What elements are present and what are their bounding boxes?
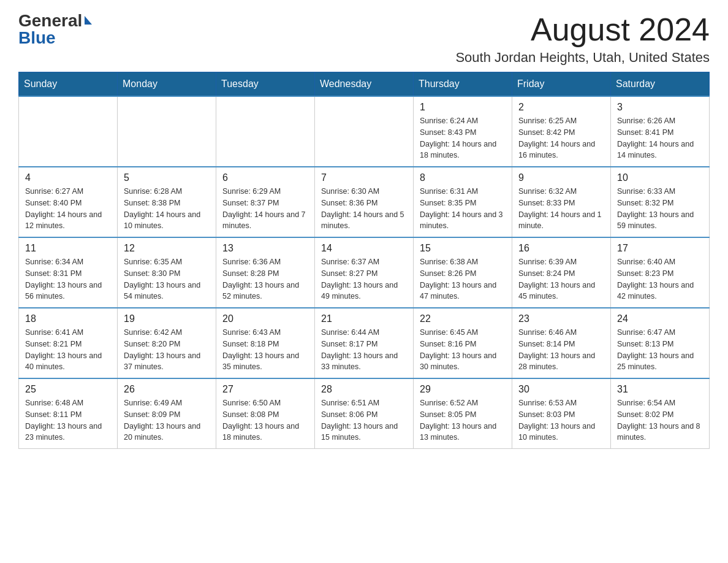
calendar-cell: 8Sunrise: 6:31 AMSunset: 8:35 PMDaylight…: [414, 167, 512, 237]
header-wednesday: Wednesday: [315, 72, 414, 97]
calendar-cell: 29Sunrise: 6:52 AMSunset: 8:05 PMDayligh…: [414, 378, 512, 449]
day-number: 18: [25, 313, 111, 324]
calendar-cell: 23Sunrise: 6:46 AMSunset: 8:14 PMDayligh…: [512, 308, 611, 378]
day-number: 27: [222, 384, 308, 395]
week-row-3: 11Sunrise: 6:34 AMSunset: 8:31 PMDayligh…: [19, 237, 710, 308]
calendar-cell: 4Sunrise: 6:27 AMSunset: 8:40 PMDaylight…: [19, 167, 118, 237]
day-info: Sunrise: 6:50 AMSunset: 8:08 PMDaylight:…: [222, 397, 308, 443]
day-number: 19: [124, 313, 210, 324]
day-number: 14: [321, 243, 407, 254]
day-number: 3: [617, 102, 703, 113]
calendar-cell: 19Sunrise: 6:42 AMSunset: 8:20 PMDayligh…: [118, 308, 216, 378]
day-info: Sunrise: 6:30 AMSunset: 8:36 PMDaylight:…: [321, 186, 407, 232]
day-info: Sunrise: 6:51 AMSunset: 8:06 PMDaylight:…: [321, 397, 407, 443]
day-info: Sunrise: 6:54 AMSunset: 8:02 PMDaylight:…: [617, 397, 703, 443]
calendar-cell: 30Sunrise: 6:53 AMSunset: 8:03 PMDayligh…: [512, 378, 611, 449]
day-info: Sunrise: 6:52 AMSunset: 8:05 PMDaylight:…: [420, 397, 506, 443]
calendar-cell: 28Sunrise: 6:51 AMSunset: 8:06 PMDayligh…: [315, 378, 414, 449]
page-header: General Blue August 2024 South Jordan He…: [18, 12, 710, 66]
calendar-cell: 6Sunrise: 6:29 AMSunset: 8:37 PMDaylight…: [216, 167, 315, 237]
header-tuesday: Tuesday: [216, 72, 315, 97]
day-number: 17: [617, 243, 703, 254]
header-monday: Monday: [118, 72, 216, 97]
calendar-cell: 26Sunrise: 6:49 AMSunset: 8:09 PMDayligh…: [118, 378, 216, 449]
day-info: Sunrise: 6:40 AMSunset: 8:23 PMDaylight:…: [617, 256, 703, 302]
calendar-cell: 17Sunrise: 6:40 AMSunset: 8:23 PMDayligh…: [611, 237, 710, 308]
day-info: Sunrise: 6:39 AMSunset: 8:24 PMDaylight:…: [518, 256, 604, 302]
day-number: 30: [518, 384, 604, 395]
day-info: Sunrise: 6:47 AMSunset: 8:13 PMDaylight:…: [617, 327, 703, 373]
calendar-cell: 20Sunrise: 6:43 AMSunset: 8:18 PMDayligh…: [216, 308, 315, 378]
calendar-cell: 25Sunrise: 6:48 AMSunset: 8:11 PMDayligh…: [19, 378, 118, 449]
week-row-1: 1Sunrise: 6:24 AMSunset: 8:43 PMDaylight…: [19, 96, 710, 167]
day-info: Sunrise: 6:45 AMSunset: 8:16 PMDaylight:…: [420, 327, 506, 373]
title-area: August 2024 South Jordan Heights, Utah, …: [455, 12, 710, 66]
day-info: Sunrise: 6:37 AMSunset: 8:27 PMDaylight:…: [321, 256, 407, 302]
day-number: 13: [222, 243, 308, 254]
day-info: Sunrise: 6:41 AMSunset: 8:21 PMDaylight:…: [25, 327, 111, 373]
day-info: Sunrise: 6:48 AMSunset: 8:11 PMDaylight:…: [25, 397, 111, 443]
header-saturday: Saturday: [611, 72, 710, 97]
calendar-cell: [216, 96, 315, 167]
calendar-cell: [315, 96, 414, 167]
calendar-cell: 21Sunrise: 6:44 AMSunset: 8:17 PMDayligh…: [315, 308, 414, 378]
header-thursday: Thursday: [414, 72, 512, 97]
calendar-cell: [19, 96, 118, 167]
day-number: 26: [124, 384, 210, 395]
day-info: Sunrise: 6:27 AMSunset: 8:40 PMDaylight:…: [25, 186, 111, 232]
day-number: 8: [420, 172, 506, 183]
day-info: Sunrise: 6:29 AMSunset: 8:37 PMDaylight:…: [222, 186, 308, 232]
calendar-cell: [118, 96, 216, 167]
logo-general-text: General: [18, 12, 82, 29]
day-info: Sunrise: 6:35 AMSunset: 8:30 PMDaylight:…: [124, 256, 210, 302]
day-number: 29: [420, 384, 506, 395]
day-number: 20: [222, 313, 308, 324]
day-info: Sunrise: 6:43 AMSunset: 8:18 PMDaylight:…: [222, 327, 308, 373]
calendar-cell: 15Sunrise: 6:38 AMSunset: 8:26 PMDayligh…: [414, 237, 512, 308]
calendar-cell: 14Sunrise: 6:37 AMSunset: 8:27 PMDayligh…: [315, 237, 414, 308]
logo-blue-text: Blue: [18, 29, 56, 47]
calendar-cell: 3Sunrise: 6:26 AMSunset: 8:41 PMDaylight…: [611, 96, 710, 167]
day-number: 21: [321, 313, 407, 324]
day-number: 1: [420, 102, 506, 113]
calendar-cell: 9Sunrise: 6:32 AMSunset: 8:33 PMDaylight…: [512, 167, 611, 237]
calendar-cell: 7Sunrise: 6:30 AMSunset: 8:36 PMDaylight…: [315, 167, 414, 237]
day-info: Sunrise: 6:28 AMSunset: 8:38 PMDaylight:…: [124, 186, 210, 232]
day-number: 7: [321, 172, 407, 183]
calendar-cell: 10Sunrise: 6:33 AMSunset: 8:32 PMDayligh…: [611, 167, 710, 237]
logo: General Blue: [18, 12, 92, 47]
day-info: Sunrise: 6:36 AMSunset: 8:28 PMDaylight:…: [222, 256, 308, 302]
calendar-cell: 12Sunrise: 6:35 AMSunset: 8:30 PMDayligh…: [118, 237, 216, 308]
month-title: August 2024: [455, 12, 710, 47]
day-number: 28: [321, 384, 407, 395]
day-info: Sunrise: 6:33 AMSunset: 8:32 PMDaylight:…: [617, 186, 703, 232]
calendar-cell: 13Sunrise: 6:36 AMSunset: 8:28 PMDayligh…: [216, 237, 315, 308]
header-friday: Friday: [512, 72, 611, 97]
day-info: Sunrise: 6:49 AMSunset: 8:09 PMDaylight:…: [124, 397, 210, 443]
day-info: Sunrise: 6:38 AMSunset: 8:26 PMDaylight:…: [420, 256, 506, 302]
day-info: Sunrise: 6:34 AMSunset: 8:31 PMDaylight:…: [25, 256, 111, 302]
day-info: Sunrise: 6:42 AMSunset: 8:20 PMDaylight:…: [124, 327, 210, 373]
day-number: 22: [420, 313, 506, 324]
day-number: 5: [124, 172, 210, 183]
calendar-header-row: SundayMondayTuesdayWednesdayThursdayFrid…: [19, 72, 710, 97]
day-info: Sunrise: 6:53 AMSunset: 8:03 PMDaylight:…: [518, 397, 604, 443]
day-info: Sunrise: 6:26 AMSunset: 8:41 PMDaylight:…: [617, 115, 703, 161]
day-info: Sunrise: 6:25 AMSunset: 8:42 PMDaylight:…: [518, 115, 604, 161]
day-number: 25: [25, 384, 111, 395]
header-sunday: Sunday: [19, 72, 118, 97]
day-number: 15: [420, 243, 506, 254]
day-number: 10: [617, 172, 703, 183]
week-row-5: 25Sunrise: 6:48 AMSunset: 8:11 PMDayligh…: [19, 378, 710, 449]
calendar-cell: 18Sunrise: 6:41 AMSunset: 8:21 PMDayligh…: [19, 308, 118, 378]
day-info: Sunrise: 6:32 AMSunset: 8:33 PMDaylight:…: [518, 186, 604, 232]
calendar-cell: 5Sunrise: 6:28 AMSunset: 8:38 PMDaylight…: [118, 167, 216, 237]
day-number: 24: [617, 313, 703, 324]
day-number: 2: [518, 102, 604, 113]
day-number: 16: [518, 243, 604, 254]
location-subtitle: South Jordan Heights, Utah, United State…: [455, 50, 710, 66]
day-number: 23: [518, 313, 604, 324]
day-info: Sunrise: 6:44 AMSunset: 8:17 PMDaylight:…: [321, 327, 407, 373]
day-number: 6: [222, 172, 308, 183]
calendar-cell: 31Sunrise: 6:54 AMSunset: 8:02 PMDayligh…: [611, 378, 710, 449]
